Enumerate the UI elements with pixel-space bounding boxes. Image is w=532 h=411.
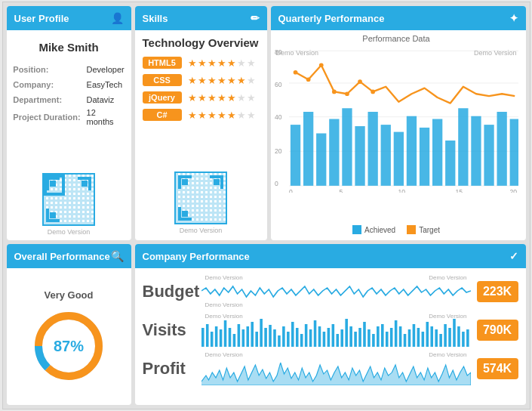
search-icon[interactable]: 🔍 xyxy=(111,250,124,262)
skill-csharp-tag: C# xyxy=(143,109,182,121)
svg-rect-17 xyxy=(380,125,390,186)
company-performance-card: Company Performance ✓ Budget Demo Versio… xyxy=(135,244,526,405)
svg-point-29 xyxy=(306,77,310,82)
skill-html5: HTML5 ★★★★★★★ xyxy=(143,57,260,69)
duration-label: Project Duration: xyxy=(13,108,80,126)
overall-header: Overall Performance 🔍 xyxy=(7,244,131,268)
quarterly-chart: 80 60 40 20 0 xyxy=(275,45,518,193)
qr-image xyxy=(42,173,95,226)
svg-rect-49 xyxy=(219,329,222,347)
skills-qr-code: Demo Version xyxy=(143,172,260,234)
svg-rect-52 xyxy=(232,334,235,347)
chart-title: Performance Data xyxy=(275,34,518,43)
skills-demo-version: Demo Version xyxy=(180,227,223,234)
svg-rect-77 xyxy=(345,319,348,347)
budget-demo-tl: Demo Version xyxy=(205,274,243,281)
user-profile-title: User Profile xyxy=(14,13,69,24)
profit-row: Profit Demo Version Demo Version 574K xyxy=(143,351,518,385)
profit-demo-tl: Demo Version xyxy=(205,351,243,358)
chart-legend: Achieved Target xyxy=(275,225,518,234)
svg-rect-101 xyxy=(453,319,456,347)
quarterly-header: Quarterly Performance ✦ xyxy=(271,6,526,30)
skill-css-tag: CSS xyxy=(143,74,182,86)
position-value: Developer xyxy=(82,63,125,76)
profit-sparkline: Demo Version Demo Version xyxy=(201,351,471,385)
user-profile-header: User Profile 👤 xyxy=(7,6,131,30)
svg-rect-16 xyxy=(367,112,377,186)
user-demo-version: Demo Version xyxy=(48,228,91,236)
svg-rect-24 xyxy=(471,116,481,186)
svg-rect-62 xyxy=(278,335,281,347)
svg-rect-45 xyxy=(201,328,204,347)
svg-rect-90 xyxy=(403,334,406,347)
svg-rect-15 xyxy=(355,126,364,186)
quarterly-performance-card: Quarterly Performance ✦ Performance Data… xyxy=(271,6,526,240)
svg-rect-98 xyxy=(439,334,442,347)
svg-rect-88 xyxy=(394,320,397,347)
profit-demo-tr: Demo Version xyxy=(429,351,466,358)
svg-rect-79 xyxy=(354,332,357,347)
svg-rect-58 xyxy=(260,319,263,347)
svg-rect-25 xyxy=(484,125,494,186)
svg-text:20: 20 xyxy=(275,147,282,155)
position-label: Position: xyxy=(13,63,80,76)
skills-qr-image xyxy=(174,172,227,224)
svg-rect-22 xyxy=(445,141,455,186)
svg-rect-74 xyxy=(331,324,334,347)
duration-row: Project Duration: 12 months xyxy=(13,108,124,126)
svg-rect-96 xyxy=(430,326,433,347)
svg-rect-104 xyxy=(466,329,469,347)
skills-card: Skills ✏ Technology Overview HTML5 ★★★★★… xyxy=(135,6,267,240)
department-label: Department: xyxy=(13,93,80,107)
company-header: Company Performance ✓ xyxy=(135,244,526,268)
company-title: Company Performance xyxy=(143,251,250,262)
svg-rect-14 xyxy=(342,108,352,186)
svg-rect-48 xyxy=(214,326,217,347)
svg-rect-93 xyxy=(417,328,420,347)
svg-rect-95 xyxy=(426,322,429,347)
skill-html5-tag: HTML5 xyxy=(143,57,182,69)
user-name: Mike Smith xyxy=(38,41,98,54)
svg-rect-46 xyxy=(205,324,208,347)
skill-css: CSS ★★★★★★★ xyxy=(143,74,260,86)
svg-rect-83 xyxy=(372,334,375,347)
skills-header: Skills ✏ xyxy=(135,6,267,30)
svg-rect-100 xyxy=(448,328,451,347)
svg-rect-57 xyxy=(255,332,258,347)
svg-rect-82 xyxy=(367,329,371,347)
profit-label: Profit xyxy=(143,359,195,379)
user-qr-code: Demo Version xyxy=(42,173,95,236)
svg-rect-65 xyxy=(291,322,294,347)
budget-sparkline: Demo Version Demo Version Demo Version xyxy=(201,274,471,308)
svg-rect-91 xyxy=(407,329,411,347)
svg-text:20: 20 xyxy=(509,188,517,193)
legend-target-label: Target xyxy=(419,226,440,234)
svg-rect-23 xyxy=(458,108,468,186)
company-row: Company: EasyTech xyxy=(13,78,124,91)
svg-rect-69 xyxy=(309,329,312,347)
svg-rect-21 xyxy=(432,119,442,186)
skill-csharp: C# ★★★★★★★ xyxy=(143,109,260,121)
overall-label: Very Good xyxy=(44,289,93,301)
svg-rect-27 xyxy=(509,119,518,186)
demo-overlay-tl: Demo Version xyxy=(276,49,319,57)
svg-rect-72 xyxy=(322,332,325,347)
svg-rect-71 xyxy=(318,326,321,347)
svg-rect-75 xyxy=(336,334,339,347)
svg-point-32 xyxy=(345,91,349,96)
svg-rect-67 xyxy=(300,334,303,347)
svg-rect-92 xyxy=(412,324,415,347)
svg-rect-10 xyxy=(290,125,300,186)
svg-rect-97 xyxy=(435,329,438,347)
svg-rect-86 xyxy=(385,332,388,347)
svg-rect-56 xyxy=(251,322,254,347)
svg-text:40: 40 xyxy=(275,113,282,121)
company-body: Budget Demo Version Demo Version Demo Ve… xyxy=(135,268,526,405)
svg-rect-51 xyxy=(228,328,231,347)
svg-rect-40 xyxy=(352,225,361,234)
svg-rect-60 xyxy=(269,325,272,347)
technology-overview-title: Technology Overview xyxy=(143,36,260,49)
svg-rect-64 xyxy=(287,332,290,347)
duration-value: 12 months xyxy=(82,108,125,126)
overall-body: Very Good 87% xyxy=(7,268,131,405)
